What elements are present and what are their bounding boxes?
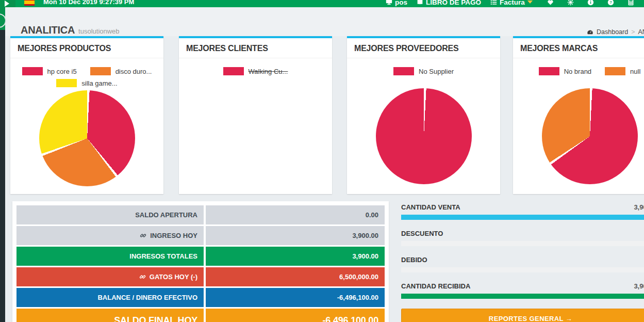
legend-label: silla game... [81, 79, 117, 87]
progress-item: CANTIDAD RECIBIDA3,900.00 [401, 282, 644, 299]
legend-swatch [90, 67, 111, 75]
balance-row-label: INGRESOS TOTALES [16, 247, 204, 266]
balance-row-label: BALANCE / DINERO EFECTIVO [16, 288, 204, 307]
caret-down-icon [527, 1, 533, 4]
balance-row: SALDO FINAL HOY-6,496,100.00 [16, 309, 385, 322]
legend-label: disco duro... [115, 68, 152, 75]
legend-item[interactable]: null [605, 67, 640, 75]
progress-item-head: CANTIDAD VENTA3,900.00 [401, 203, 644, 212]
link-icon [140, 232, 146, 239]
link-icon [139, 273, 146, 280]
balance-row-label-text: BALANCE / DINERO EFECTIVO [97, 294, 197, 301]
info-circle-icon [587, 0, 594, 6]
balance-row-label-text: INGRESO HOY [150, 232, 197, 239]
legend-item[interactable]: silla game... [56, 79, 117, 87]
balance-row-label: GATOS HOY (-) [16, 267, 204, 286]
balance-row: BALANCE / DINERO EFECTIVO-6,496,100.00 [16, 288, 385, 307]
progress-item-head: DEBIDO [401, 256, 644, 264]
progress-item-label: CANTIDAD RECIBIDA [401, 282, 470, 290]
nav-item-libro-de-pago[interactable]: LIBRO DE PAGO [417, 0, 481, 6]
page-title: ANALITICA [21, 24, 75, 36]
legend-item[interactable]: No brand [539, 67, 591, 75]
progress-item-label: CANTIDAD VENTA [401, 203, 460, 211]
progress-item: CANTIDAD VENTA3,900.00 [401, 203, 644, 220]
collapsed-sidebar[interactable] [0, 30, 5, 322]
legend-item[interactable]: disco duro... [90, 67, 152, 75]
progress-item-label: DEBIDO [401, 256, 427, 264]
balance-row-label: SALDO FINAL HOY [16, 309, 204, 322]
heart-icon [547, 0, 554, 6]
progress-bar [401, 267, 644, 272]
legend-swatch [393, 67, 414, 75]
breadcrumb-separator: > [631, 28, 635, 36]
chart-card-1: MEJORES PRODUCTOShp core i5disco duro...… [10, 36, 163, 194]
legend-swatch [22, 67, 43, 75]
balance-row-label-text: GATOS HOY (-) [150, 273, 197, 281]
legend-label: No Supplier [419, 68, 454, 75]
nav-button-favorites[interactable] [547, 0, 554, 6]
legend-swatch [605, 67, 625, 75]
balance-row-value: 6,500,000.00 [206, 267, 385, 286]
legend-label: null [630, 68, 640, 75]
chart-card-2: MEJORES CLIENTESWalking Cu... [179, 36, 332, 194]
chart-card-4: MEJORES MARCASNo brandnull [513, 36, 644, 194]
progress-item-label: DESCUENTO [401, 230, 443, 237]
breadcrumb-dashboard-link[interactable]: Dashboard [597, 28, 628, 36]
balance-row[interactable]: GATOS HOY (-)6,500,000.00 [16, 267, 385, 286]
sidebar-toggle-button[interactable] [0, 0, 15, 7]
chart-card-title: MEJORES PRODUCTOS [10, 38, 163, 58]
legend-label: Walking Cu... [249, 68, 288, 75]
nav-item-label: Factura [500, 0, 525, 6]
nav-item-label: LIBRO DE PAGO [426, 0, 481, 6]
progress-item-value: 3,900.00 [634, 282, 644, 290]
balance-row-label-text: INGRESOS TOTALES [129, 252, 197, 260]
navbar-datetime: Mon 10 Dec 2019 9:27:39 PM [43, 0, 134, 7]
nav-button-info[interactable] [587, 0, 594, 6]
balance-row-value: -6,496,100.00 [206, 288, 385, 307]
spain-flag-icon[interactable] [24, 0, 35, 6]
progress-bar-fill [401, 215, 644, 220]
chart-card-3: MEJORES PROVEEDORESNo Supplier [347, 36, 500, 194]
page-header: ANALITICAtusolutionweb Dashboard > ANALI… [5, 7, 644, 36]
nav-item-pos[interactable]: pos [386, 0, 407, 6]
progress-item-value: 3,900.00 [634, 203, 644, 211]
balance-row-label-text: SALDO FINAL HOY [114, 315, 197, 322]
chart-card-title: MEJORES CLIENTES [179, 38, 332, 58]
legend-swatch [223, 67, 244, 75]
sidebar-expand-icon [5, 1, 9, 7]
legend-item[interactable]: No Supplier [393, 67, 454, 75]
nav-item-factura[interactable]: Factura [490, 0, 533, 6]
pie-chart [542, 88, 638, 184]
legend-swatch [539, 67, 559, 75]
nav-button-help[interactable]: ? [607, 0, 614, 6]
sales-progress-panel: CANTIDAD VENTA3,900.00DESCUENTODEBIDOCAN… [401, 203, 644, 322]
pie-chart [376, 88, 472, 184]
chart-legend: Walking Cu... [179, 58, 332, 85]
balance-row-value: 0.00 [206, 205, 385, 224]
legend-item[interactable]: Walking Cu... [223, 67, 288, 75]
chart-legend: No Supplier [347, 58, 500, 85]
reportes-general-button[interactable]: REPORTES GENERAL → [401, 309, 644, 322]
balance-row[interactable]: INGRESO HOY3,900.00 [16, 226, 385, 245]
progress-item: DESCUENTO [401, 230, 644, 246]
breadcrumb-current-page: ANALITICA [638, 28, 644, 36]
balance-row-label-text: SALDO APERTURA [135, 211, 197, 219]
balance-row-label: INGRESO HOY [16, 226, 204, 245]
svg-text:?: ? [609, 0, 612, 5]
calculator-icon [628, 0, 634, 6]
chart-card-title: MEJORES MARCAS [513, 38, 644, 58]
progress-bar-fill [401, 294, 644, 299]
top-navbar: Mon 10 Dec 2019 9:27:39 PM posLIBRO DE P… [0, 0, 644, 7]
chart-legend: hp core i5disco duro...silla game... [10, 58, 163, 87]
nav-button-calculator[interactable] [628, 0, 634, 6]
legend-label: hp core i5 [47, 68, 77, 75]
gear-icon [567, 0, 574, 6]
legend-item[interactable]: hp core i5 [22, 67, 77, 75]
pie-chart [39, 90, 135, 186]
nav-button-settings[interactable] [567, 0, 574, 6]
progress-item: DEBIDO [401, 256, 644, 272]
balance-summary-panel: SALDO APERTURA0.00INGRESO HOY3,900.00ING… [12, 201, 389, 322]
pos-terminal-icon [386, 0, 392, 6]
progress-item-head: DESCUENTO [401, 230, 644, 238]
progress-bar [401, 241, 644, 246]
